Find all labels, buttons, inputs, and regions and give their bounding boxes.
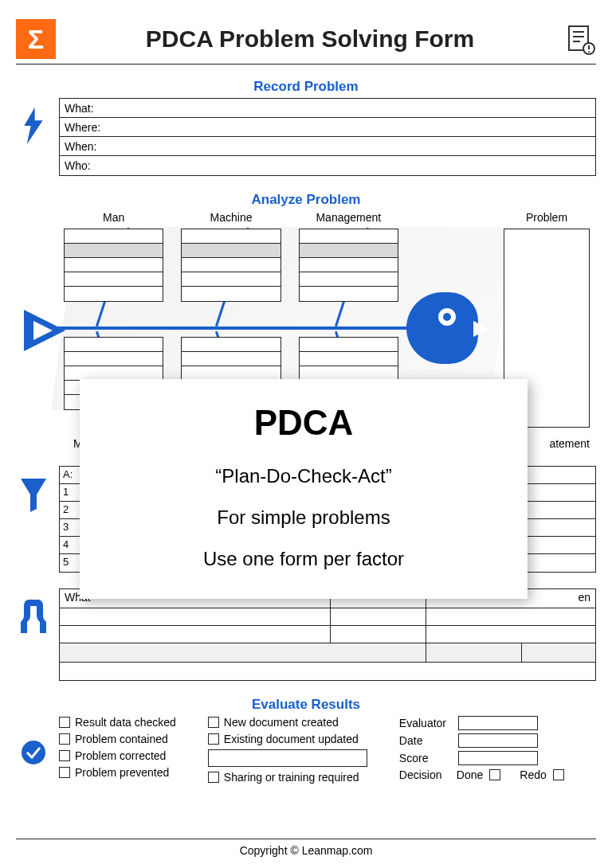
record-row[interactable]: Where: (60, 118, 595, 137)
actions-table[interactable]: What en (59, 588, 596, 681)
checkbox[interactable] (59, 750, 70, 761)
sigma-logo: Σ (16, 19, 56, 59)
check-label: Existing document updated (224, 733, 359, 745)
problem-header: Problem (504, 211, 590, 229)
checkbox[interactable] (208, 772, 219, 783)
done-label: Done (457, 768, 483, 781)
checkbox[interactable] (59, 733, 70, 745)
page-title: PDCA Problem Solving Form (56, 25, 564, 53)
eval-field-label: Date (399, 734, 450, 747)
footer-copyright: Copyright © Leanmap.com (16, 839, 596, 857)
eval-field-label: Evaluator (399, 717, 450, 729)
text-input[interactable] (208, 749, 367, 767)
check-label: Problem corrected (75, 749, 166, 762)
check-label: Result data checked (75, 716, 176, 729)
checkbox[interactable] (208, 733, 219, 745)
eval-field-label: Score (399, 752, 450, 764)
fishbone-category: Man (64, 211, 163, 229)
svg-point-6 (588, 51, 590, 53)
svg-marker-7 (24, 108, 42, 145)
wrench-icon (16, 588, 51, 636)
checkbox[interactable] (489, 769, 500, 780)
record-row[interactable]: What: (60, 99, 595, 118)
fishbone-causes-table[interactable] (64, 229, 163, 302)
checkbox[interactable] (59, 717, 70, 728)
text-input[interactable] (458, 716, 538, 730)
text-input[interactable] (458, 751, 538, 765)
fishbone-causes-table[interactable] (299, 229, 398, 302)
lightning-icon (16, 98, 51, 146)
record-row[interactable]: Who: (60, 156, 595, 175)
record-section-title: Record Problem (16, 79, 596, 95)
svg-marker-10 (21, 479, 46, 512)
fishbone-category: Machine (181, 211, 280, 229)
record-row[interactable]: When: (60, 137, 595, 156)
checkbox[interactable] (553, 769, 564, 780)
evaluate-grid: Result data checked Problem contained Pr… (59, 716, 564, 784)
overlay-text: “Plan-Do-Check-Act” (96, 465, 512, 487)
check-label: New document created (224, 716, 339, 729)
check-label: Problem prevented (75, 766, 169, 779)
svg-point-11 (22, 741, 45, 764)
fishbone-category: Management (299, 211, 398, 229)
overlay-text: For simple problems (96, 506, 512, 529)
statement-label-partial: atement (549, 437, 590, 450)
header: Σ PDCA Problem Solving Form (16, 19, 596, 59)
evaluate-section-title: Evaluate Results (16, 697, 596, 713)
funnel-icon (16, 466, 51, 514)
redo-label: Redo (520, 768, 546, 781)
analyze-section-title: Analyze Problem (16, 192, 596, 208)
checkbox[interactable] (59, 767, 70, 778)
check-label: Sharing or training required (224, 771, 359, 784)
overlay-text: Use one form per factor (96, 548, 512, 570)
fish-tail-icon (24, 307, 68, 358)
check-circle-icon (16, 716, 51, 765)
overlay-heading: PDCA (96, 403, 512, 443)
fish-head-icon (406, 292, 478, 364)
record-problem-table: What: Where: When: Who: (59, 98, 596, 176)
text-input[interactable] (458, 733, 538, 748)
check-label: Problem contained (75, 733, 168, 745)
info-overlay-card: PDCA “Plan-Do-Check-Act” For simple prob… (80, 379, 528, 599)
checkbox[interactable] (208, 717, 219, 728)
decision-label: Decision (399, 768, 450, 781)
document-alert-icon (564, 23, 596, 55)
fishbone-causes-table[interactable] (181, 229, 280, 302)
